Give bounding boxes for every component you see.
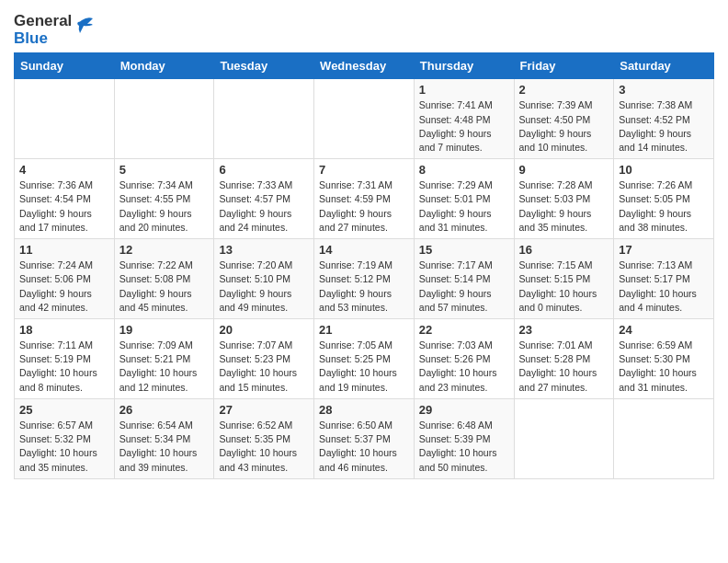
- day-number: 11: [19, 243, 109, 257]
- logo-container: General Blue: [14, 13, 95, 47]
- logo-blue: Blue: [14, 30, 72, 48]
- calendar-cell: 13Sunrise: 7:20 AM Sunset: 5:10 PM Dayli…: [214, 239, 314, 319]
- day-info: Sunrise: 7:24 AM Sunset: 5:06 PM Dayligh…: [19, 259, 109, 315]
- day-number: 24: [619, 323, 709, 337]
- day-number: 15: [419, 243, 509, 257]
- calendar-cell: 4Sunrise: 7:36 AM Sunset: 4:54 PM Daylig…: [15, 159, 115, 239]
- day-info: Sunrise: 7:15 AM Sunset: 5:15 PM Dayligh…: [519, 259, 609, 315]
- day-info: Sunrise: 7:39 AM Sunset: 4:50 PM Dayligh…: [519, 98, 609, 155]
- calendar-cell: 24Sunrise: 6:59 AM Sunset: 5:30 PM Dayli…: [614, 319, 714, 399]
- calendar-cell: [214, 79, 314, 159]
- calendar-cell: [15, 79, 115, 159]
- day-info: Sunrise: 6:50 AM Sunset: 5:37 PM Dayligh…: [319, 419, 409, 475]
- calendar-week-row: 18Sunrise: 7:11 AM Sunset: 5:19 PM Dayli…: [15, 319, 714, 399]
- logo-text: General Blue: [14, 13, 72, 47]
- day-info: Sunrise: 7:31 AM Sunset: 4:59 PM Dayligh…: [319, 178, 409, 235]
- calendar-cell: 3Sunrise: 7:38 AM Sunset: 4:52 PM Daylig…: [614, 79, 714, 159]
- calendar-week-row: 11Sunrise: 7:24 AM Sunset: 5:06 PM Dayli…: [15, 239, 714, 319]
- day-info: Sunrise: 6:52 AM Sunset: 5:35 PM Dayligh…: [219, 419, 309, 475]
- calendar-cell: 17Sunrise: 7:13 AM Sunset: 5:17 PM Dayli…: [614, 239, 714, 319]
- day-info: Sunrise: 7:01 AM Sunset: 5:28 PM Dayligh…: [519, 339, 609, 395]
- day-number: 3: [619, 83, 709, 97]
- calendar-cell: [614, 398, 714, 478]
- day-info: Sunrise: 7:33 AM Sunset: 4:57 PM Dayligh…: [219, 178, 309, 235]
- weekday-header: Sunday: [15, 53, 115, 79]
- day-info: Sunrise: 7:36 AM Sunset: 4:54 PM Dayligh…: [19, 178, 109, 235]
- calendar-cell: 1Sunrise: 7:41 AM Sunset: 4:48 PM Daylig…: [414, 79, 514, 159]
- day-number: 23: [519, 323, 609, 337]
- day-info: Sunrise: 7:26 AM Sunset: 5:05 PM Dayligh…: [619, 178, 709, 235]
- day-number: 4: [19, 163, 109, 177]
- calendar-week-row: 25Sunrise: 6:57 AM Sunset: 5:32 PM Dayli…: [15, 398, 714, 478]
- day-number: 1: [419, 83, 509, 97]
- calendar-cell: 7Sunrise: 7:31 AM Sunset: 4:59 PM Daylig…: [314, 159, 415, 239]
- day-info: Sunrise: 7:03 AM Sunset: 5:26 PM Dayligh…: [419, 339, 509, 395]
- day-number: 18: [19, 323, 109, 337]
- weekday-header: Saturday: [614, 53, 714, 79]
- calendar-cell: 22Sunrise: 7:03 AM Sunset: 5:26 PM Dayli…: [414, 319, 514, 399]
- day-number: 29: [419, 403, 509, 417]
- day-number: 14: [319, 243, 409, 257]
- calendar-header-row: SundayMondayTuesdayWednesdayThursdayFrid…: [15, 53, 714, 79]
- calendar-cell: 5Sunrise: 7:34 AM Sunset: 4:55 PM Daylig…: [114, 159, 214, 239]
- day-info: Sunrise: 7:13 AM Sunset: 5:17 PM Dayligh…: [619, 259, 709, 315]
- day-number: 16: [519, 243, 609, 257]
- day-info: Sunrise: 7:38 AM Sunset: 4:52 PM Dayligh…: [619, 98, 709, 155]
- day-number: 25: [19, 403, 109, 417]
- day-info: Sunrise: 6:54 AM Sunset: 5:34 PM Dayligh…: [119, 419, 210, 475]
- calendar-cell: 29Sunrise: 6:48 AM Sunset: 5:39 PM Dayli…: [414, 398, 514, 478]
- day-number: 2: [519, 83, 609, 97]
- day-number: 28: [319, 403, 409, 417]
- day-number: 6: [219, 163, 309, 177]
- day-number: 17: [619, 243, 709, 257]
- day-number: 19: [119, 323, 210, 337]
- calendar-week-row: 1Sunrise: 7:41 AM Sunset: 4:48 PM Daylig…: [15, 79, 714, 159]
- calendar-cell: 26Sunrise: 6:54 AM Sunset: 5:34 PM Dayli…: [114, 398, 214, 478]
- calendar-cell: 19Sunrise: 7:09 AM Sunset: 5:21 PM Dayli…: [114, 319, 214, 399]
- calendar-cell: 25Sunrise: 6:57 AM Sunset: 5:32 PM Dayli…: [15, 398, 115, 478]
- day-info: Sunrise: 7:07 AM Sunset: 5:23 PM Dayligh…: [219, 339, 309, 395]
- calendar-cell: [514, 398, 614, 478]
- day-number: 7: [319, 163, 409, 177]
- day-number: 8: [419, 163, 509, 177]
- day-info: Sunrise: 6:59 AM Sunset: 5:30 PM Dayligh…: [619, 339, 709, 395]
- day-info: Sunrise: 7:19 AM Sunset: 5:12 PM Dayligh…: [319, 259, 409, 315]
- day-info: Sunrise: 7:29 AM Sunset: 5:01 PM Dayligh…: [419, 178, 509, 235]
- calendar-cell: 28Sunrise: 6:50 AM Sunset: 5:37 PM Dayli…: [314, 398, 415, 478]
- day-number: 12: [119, 243, 210, 257]
- day-number: 13: [219, 243, 309, 257]
- calendar-cell: 18Sunrise: 7:11 AM Sunset: 5:19 PM Dayli…: [15, 319, 115, 399]
- day-info: Sunrise: 7:11 AM Sunset: 5:19 PM Dayligh…: [19, 339, 109, 395]
- day-number: 26: [119, 403, 210, 417]
- calendar-cell: 23Sunrise: 7:01 AM Sunset: 5:28 PM Dayli…: [514, 319, 614, 399]
- calendar-cell: 9Sunrise: 7:28 AM Sunset: 5:03 PM Daylig…: [514, 159, 614, 239]
- calendar-cell: 15Sunrise: 7:17 AM Sunset: 5:14 PM Dayli…: [414, 239, 514, 319]
- day-number: 27: [219, 403, 309, 417]
- calendar-cell: 14Sunrise: 7:19 AM Sunset: 5:12 PM Dayli…: [314, 239, 415, 319]
- day-info: Sunrise: 7:20 AM Sunset: 5:10 PM Dayligh…: [219, 259, 309, 315]
- day-info: Sunrise: 7:41 AM Sunset: 4:48 PM Dayligh…: [419, 98, 509, 155]
- day-info: Sunrise: 6:48 AM Sunset: 5:39 PM Dayligh…: [419, 419, 509, 475]
- weekday-header: Friday: [514, 53, 614, 79]
- calendar-cell: 11Sunrise: 7:24 AM Sunset: 5:06 PM Dayli…: [15, 239, 115, 319]
- day-number: 20: [219, 323, 309, 337]
- day-number: 10: [619, 163, 709, 177]
- day-info: Sunrise: 7:34 AM Sunset: 4:55 PM Dayligh…: [119, 178, 210, 235]
- day-info: Sunrise: 7:22 AM Sunset: 5:08 PM Dayligh…: [119, 259, 210, 315]
- calendar-cell: 10Sunrise: 7:26 AM Sunset: 5:05 PM Dayli…: [614, 159, 714, 239]
- calendar-cell: 16Sunrise: 7:15 AM Sunset: 5:15 PM Dayli…: [514, 239, 614, 319]
- calendar-cell: 6Sunrise: 7:33 AM Sunset: 4:57 PM Daylig…: [214, 159, 314, 239]
- calendar-cell: 20Sunrise: 7:07 AM Sunset: 5:23 PM Dayli…: [214, 319, 314, 399]
- calendar-cell: [314, 79, 415, 159]
- calendar-cell: 2Sunrise: 7:39 AM Sunset: 4:50 PM Daylig…: [514, 79, 614, 159]
- logo-general: General: [14, 13, 72, 30]
- calendar-cell: 21Sunrise: 7:05 AM Sunset: 5:25 PM Dayli…: [314, 319, 415, 399]
- day-number: 22: [419, 323, 509, 337]
- weekday-header: Monday: [114, 53, 214, 79]
- weekday-header: Tuesday: [214, 53, 314, 79]
- calendar-table: SundayMondayTuesdayWednesdayThursdayFrid…: [14, 52, 714, 478]
- calendar-week-row: 4Sunrise: 7:36 AM Sunset: 4:54 PM Daylig…: [15, 159, 714, 239]
- weekday-header: Thursday: [414, 53, 514, 79]
- logo-bird-icon: [74, 15, 95, 46]
- day-number: 5: [119, 163, 210, 177]
